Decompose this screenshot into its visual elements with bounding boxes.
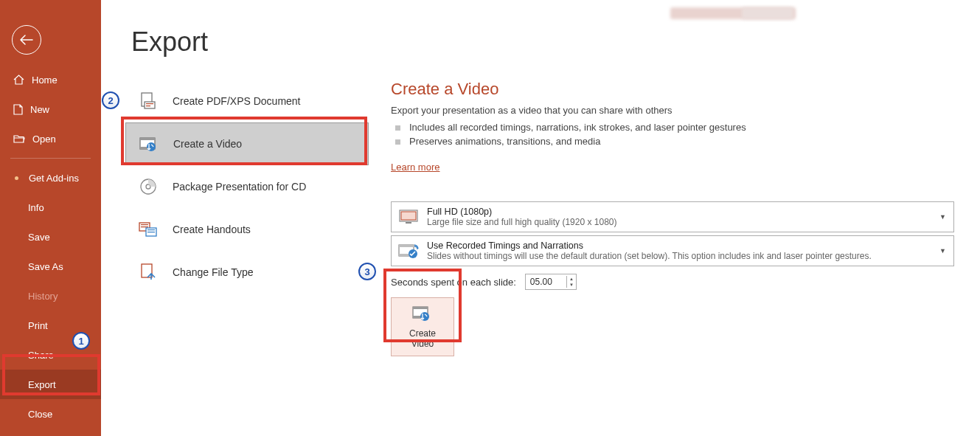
video-quality-dropdown[interactable]: Full HD (1080p) Large file size and full… — [391, 201, 954, 232]
back-arrow-icon — [20, 35, 33, 45]
detail-title: Create a Video — [391, 80, 959, 99]
detail-subtitle: Export your presentation as a video that… — [391, 105, 959, 116]
nav-label: New — [30, 104, 49, 115]
dropdown-subtitle: Large file size and full high quality (1… — [427, 217, 617, 227]
create-video-button[interactable]: Create Video — [391, 297, 454, 356]
open-icon — [13, 134, 25, 143]
nav-open[interactable]: Open — [0, 124, 101, 153]
seconds-value: 05.00 — [530, 277, 552, 287]
svg-point-7 — [147, 142, 156, 151]
svg-rect-18 — [401, 212, 416, 220]
seconds-spinner[interactable]: 05.00 ▲ ▼ — [525, 274, 577, 290]
nav-home[interactable]: Home — [0, 65, 101, 94]
svg-rect-19 — [406, 222, 411, 224]
nav-export[interactable]: Export — [0, 370, 101, 399]
annotation-badge-2: 2 — [102, 91, 119, 109]
annotation-badge-3: 3 — [358, 263, 376, 280]
export-option-pdf[interactable]: Create PDF/XPS Document — [125, 80, 369, 122]
spinner-up-icon[interactable]: ▲ — [567, 276, 576, 282]
nav-label: Print — [28, 320, 48, 331]
nav-history: History — [0, 281, 101, 311]
create-video-label: Create Video — [409, 328, 436, 350]
svg-rect-25 — [413, 307, 428, 309]
svg-rect-11 — [141, 224, 148, 225]
nav-label: Get Add-ins — [29, 173, 79, 184]
titlebar-blurred-text — [742, 7, 793, 19]
annotation-badge-1: 1 — [72, 332, 90, 350]
nav-label: Info — [28, 202, 44, 213]
export-option-filetype[interactable]: Change File Type — [125, 251, 369, 294]
nav-label: Open — [32, 134, 56, 145]
nav-label: Share — [28, 350, 54, 361]
svg-rect-12 — [141, 226, 148, 227]
nav-label: Save As — [28, 261, 63, 272]
dropdown-title: Use Recorded Timings and Narrations — [427, 241, 872, 251]
nav-close[interactable]: Close — [0, 399, 101, 429]
svg-point-27 — [420, 312, 429, 321]
export-option-label: Create PDF/XPS Document — [173, 95, 301, 107]
export-options-list: Create PDF/XPS Document Create a Video P… — [125, 80, 369, 294]
svg-rect-16 — [142, 264, 152, 277]
svg-rect-14 — [147, 229, 155, 230]
dropdown-subtitle: Slides without timings will use the defa… — [427, 251, 872, 261]
export-option-label: Change File Type — [173, 266, 253, 278]
detail-bullet: Includes all recorded timings, narration… — [391, 122, 959, 133]
back-button[interactable] — [12, 25, 41, 55]
svg-rect-1 — [145, 102, 155, 108]
export-option-cd[interactable]: Package Presentation for CD — [125, 165, 369, 208]
page-title: Export — [131, 27, 208, 58]
handouts-icon — [137, 220, 159, 239]
svg-rect-15 — [147, 232, 155, 232]
nav-label: History — [28, 291, 58, 302]
bullet-icon — [395, 139, 400, 145]
video-icon — [138, 134, 160, 153]
spinner-down-icon[interactable]: ▼ — [567, 282, 576, 288]
new-icon — [13, 104, 23, 115]
nav-new[interactable]: New — [0, 94, 101, 124]
nav-label: Close — [28, 409, 52, 420]
seconds-label: Seconds spent on each slide: — [391, 277, 516, 288]
nav-label: Save — [28, 232, 50, 243]
svg-rect-3 — [146, 105, 150, 106]
chevron-down-icon: ▼ — [939, 213, 946, 221]
cd-icon — [137, 177, 159, 196]
nav-get-addins[interactable]: Get Add-ins — [0, 163, 101, 193]
monitor-icon — [397, 207, 420, 226]
export-option-handouts[interactable]: Create Handouts — [125, 208, 369, 251]
timings-icon — [397, 241, 420, 260]
nav-save[interactable]: Save — [0, 222, 101, 252]
nav-label: Export — [28, 379, 56, 390]
export-option-video[interactable]: Create a Video — [125, 122, 369, 165]
update-dot-icon — [15, 176, 18, 180]
detail-bullet: Preserves animations, transitions, and m… — [391, 136, 959, 147]
export-option-label: Create Handouts — [173, 224, 251, 235]
export-option-label: Create a Video — [173, 138, 242, 150]
timings-dropdown[interactable]: Use Recorded Timings and Narrations Slid… — [391, 235, 954, 266]
svg-rect-2 — [146, 103, 153, 104]
change-filetype-icon — [137, 263, 159, 282]
nav-separator — [10, 158, 91, 159]
chevron-down-icon: ▼ — [939, 247, 946, 255]
export-detail-pane: Create a Video Export your presentation … — [391, 80, 959, 356]
svg-rect-21 — [399, 245, 414, 247]
home-icon — [13, 75, 24, 85]
svg-rect-5 — [140, 138, 155, 140]
learn-more-link[interactable]: Learn more — [391, 162, 439, 173]
nav-save-as[interactable]: Save As — [0, 252, 101, 281]
bullet-icon — [395, 125, 400, 131]
nav-label: Home — [32, 75, 58, 86]
pdf-icon — [137, 91, 159, 111]
dropdown-title: Full HD (1080p) — [427, 207, 617, 217]
backstage-sidebar: Home New Open Get Add-ins Info Save Save… — [0, 0, 101, 436]
svg-point-9 — [146, 184, 150, 189]
create-video-icon — [411, 305, 434, 324]
export-option-label: Package Presentation for CD — [173, 181, 306, 193]
nav-info[interactable]: Info — [0, 193, 101, 222]
